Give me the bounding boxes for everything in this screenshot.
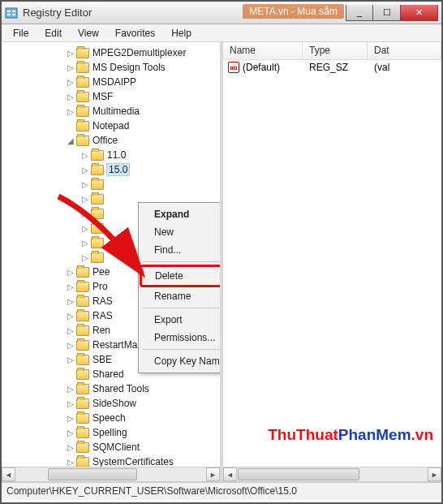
value-name: (Default) <box>243 62 280 73</box>
tree-item-label: SQMClient <box>92 442 140 453</box>
tree-item[interactable]: ▷Spelling <box>2 425 220 440</box>
menu-file[interactable]: File <box>5 26 37 41</box>
tree-item[interactable]: ▷SideShow <box>2 396 220 411</box>
expand-twisty-icon[interactable]: ▷ <box>65 268 76 277</box>
scroll-right-button[interactable]: ► <box>206 467 220 481</box>
tree-pane: ▷MPEG2Demultiplexer▷MS Design Tools▷MSDA… <box>2 42 220 481</box>
ctx-expand[interactable]: Expand <box>141 205 220 223</box>
scroll-right-button[interactable]: ► <box>428 467 441 481</box>
menu-edit[interactable]: Edit <box>37 26 70 41</box>
tree-item[interactable]: ▷11.0 <box>2 148 220 162</box>
folder-icon <box>76 121 89 131</box>
folder-icon <box>76 136 89 146</box>
tree-item[interactable]: ▷Speech <box>2 411 220 425</box>
expand-twisty-icon[interactable]: ▷ <box>65 355 76 364</box>
expand-twisty-icon[interactable]: ▷ <box>80 239 91 248</box>
close-button[interactable]: ✕ <box>401 5 438 21</box>
tree-item[interactable]: Notepad <box>2 118 220 133</box>
expand-twisty-icon[interactable]: ▷ <box>65 49 76 58</box>
tree-item[interactable]: ▷MS Design Tools <box>2 60 220 75</box>
highlight-box: Delete <box>140 265 220 287</box>
scroll-left-button[interactable]: ◄ <box>2 467 15 481</box>
tree-item[interactable]: ▷MSF <box>2 89 220 104</box>
expand-twisty-icon[interactable]: ▷ <box>65 414 76 423</box>
context-menu: Expand New▶ Find... Delete Rename Export… <box>138 202 220 373</box>
ctx-delete[interactable]: Delete <box>142 267 220 285</box>
tree-item[interactable]: ▷MPEG2Demultiplexer <box>2 45 220 60</box>
expand-twisty-icon[interactable]: ▷ <box>80 224 91 233</box>
expand-twisty-icon[interactable]: ▷ <box>65 63 76 72</box>
ctx-new[interactable]: New▶ <box>141 223 220 241</box>
menu-help[interactable]: Help <box>163 26 200 41</box>
tree-hscrollbar[interactable]: ◄ ► <box>2 467 220 481</box>
expand-twisty-icon[interactable]: ▷ <box>65 107 76 116</box>
folder-icon <box>91 223 104 234</box>
expand-twisty-icon[interactable]: ▷ <box>80 195 91 204</box>
col-type[interactable]: Type <box>303 42 368 59</box>
expand-twisty-icon[interactable]: ▷ <box>65 385 76 394</box>
tree-item[interactable]: ▷SQMClient <box>2 440 220 454</box>
folder-icon <box>76 77 89 88</box>
expand-twisty-icon[interactable]: ▷ <box>65 297 76 306</box>
watermark: ThuThuatPhanMem.vn <box>268 426 433 444</box>
ctx-copy-key-name[interactable]: Copy Key Name <box>141 352 220 370</box>
folder-icon <box>91 209 104 219</box>
tree-item[interactable]: ▷Multimedia <box>2 104 220 118</box>
expand-twisty-icon[interactable]: ▷ <box>80 166 91 174</box>
tree-item[interactable]: ▷15.0 <box>2 162 220 177</box>
expand-twisty-icon[interactable]: ▷ <box>65 341 76 350</box>
maximize-button[interactable]: ☐ <box>373 5 401 21</box>
menu-view[interactable]: View <box>70 26 107 41</box>
expand-twisty-icon[interactable]: ▷ <box>65 399 76 408</box>
expand-twisty-icon[interactable]: ▷ <box>65 443 76 452</box>
list-hscrollbar[interactable]: ◄ ► <box>223 467 441 481</box>
expand-twisty-icon[interactable]: ▷ <box>80 151 91 160</box>
svg-rect-3 <box>12 11 15 12</box>
expand-twisty-icon[interactable]: ▷ <box>65 282 76 291</box>
list-header: Name Type Dat <box>223 42 441 60</box>
scroll-thumb[interactable] <box>48 468 137 480</box>
tree-item-label: MSF <box>92 91 113 102</box>
tree-item-label: MSDAIPP <box>92 76 136 88</box>
minimize-button[interactable]: _ <box>346 5 373 21</box>
ctx-separator <box>143 308 220 308</box>
expand-twisty-icon[interactable]: ◢ <box>65 136 76 145</box>
menu-favorites[interactable]: Favorites <box>107 26 163 41</box>
scroll-left-button[interactable]: ◄ <box>223 467 237 481</box>
col-data[interactable]: Dat <box>368 42 441 59</box>
expand-twisty-icon[interactable]: ▷ <box>65 429 76 437</box>
scroll-track[interactable] <box>237 467 428 481</box>
col-name[interactable]: Name <box>223 42 303 59</box>
ctx-export[interactable]: Export <box>141 311 220 329</box>
expand-twisty-icon[interactable]: ▷ <box>80 209 91 218</box>
tree-item[interactable]: ▷Shared Tools <box>2 381 220 396</box>
ctx-permissions[interactable]: Permissions... <box>141 329 220 347</box>
tree-item-label: Shared Tools <box>92 383 149 394</box>
expand-twisty-icon[interactable]: ▷ <box>80 253 91 262</box>
expand-twisty-icon[interactable]: ▷ <box>65 458 76 467</box>
scroll-track[interactable] <box>15 467 206 481</box>
folder-icon <box>91 194 104 205</box>
folder-icon <box>91 238 104 248</box>
tree-item-label: Pro <box>92 281 108 292</box>
folder-icon <box>76 340 89 351</box>
value-data: (val <box>368 62 441 73</box>
expand-twisty-icon[interactable]: ▷ <box>65 326 76 335</box>
tree-item[interactable]: ▷ <box>2 177 220 192</box>
tree-item-label: SBE <box>92 354 112 365</box>
svg-rect-4 <box>12 14 15 15</box>
ctx-rename[interactable]: Rename <box>141 287 220 305</box>
expand-twisty-icon[interactable]: ▷ <box>65 93 76 101</box>
folder-icon <box>76 311 89 321</box>
list-row[interactable]: ab (Default) REG_SZ (val <box>223 60 441 75</box>
tree-item[interactable]: ◢Office <box>2 133 220 148</box>
tree-item[interactable]: ▷MSDAIPP <box>2 75 220 89</box>
ctx-find[interactable]: Find... <box>141 241 220 259</box>
expand-twisty-icon[interactable]: ▷ <box>65 312 76 321</box>
folder-icon <box>76 398 89 409</box>
expand-twisty-icon[interactable]: ▷ <box>65 78 76 87</box>
folder-icon <box>76 282 89 292</box>
scroll-thumb[interactable] <box>238 468 359 480</box>
folder-icon <box>76 384 89 394</box>
expand-twisty-icon[interactable]: ▷ <box>80 180 91 189</box>
